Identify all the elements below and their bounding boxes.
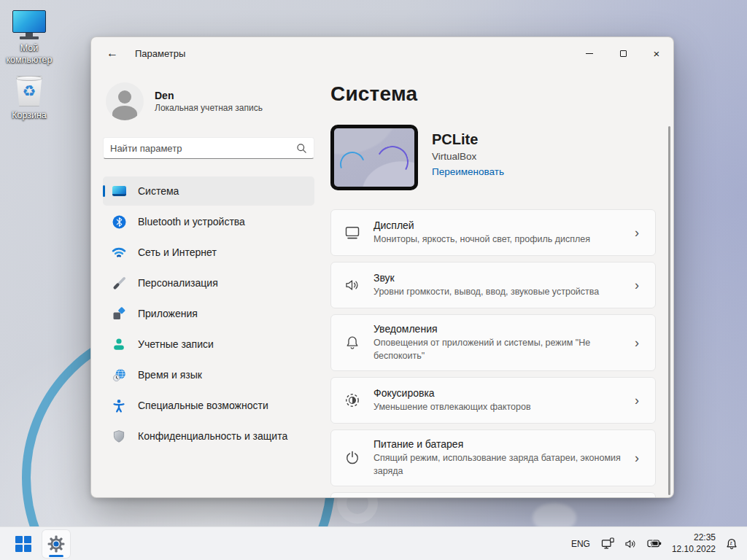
notification-bell-dnd-icon[interactable]: z z	[725, 537, 738, 550]
sidebar-item-privacy[interactable]: Конфиденциальность и защита	[103, 421, 314, 451]
setting-card-display[interactable]: Дисплей Мониторы, яркость, ночной свет, …	[330, 209, 656, 256]
search-input[interactable]	[110, 143, 296, 154]
chevron-right-icon: ›	[624, 451, 649, 466]
time: 22:35	[672, 532, 716, 544]
setting-card-power[interactable]: Питание и батарея Спящий режим, использо…	[330, 429, 656, 486]
device-info-row: PCLite VirtualBox Переименовать	[330, 125, 656, 190]
minimize-icon	[586, 53, 593, 54]
settings-search-box[interactable]	[103, 137, 314, 159]
sound-icon	[331, 276, 374, 294]
power-icon	[331, 449, 374, 467]
device-name: PCLite	[432, 131, 504, 148]
page-title: Система	[330, 82, 656, 106]
running-app-indicator	[49, 555, 63, 557]
setting-card-notifications[interactable]: Уведомления Оповещения от приложений и с…	[330, 314, 656, 371]
windows-logo-icon	[15, 536, 31, 552]
display-icon	[331, 224, 374, 241]
thumb-arc-blue	[336, 147, 368, 180]
thumb-arc-purple	[373, 142, 412, 182]
svg-text:z: z	[733, 539, 735, 542]
desktop-icon-my-computer[interactable]: Мой компьютер	[1, 10, 58, 66]
sidebar-item-system[interactable]: Система	[103, 176, 314, 206]
sidebar-item-personalization[interactable]: Персонализация	[103, 268, 314, 298]
chevron-right-icon: ›	[624, 278, 649, 293]
desktop-icon-label: Мой компьютер	[1, 43, 58, 66]
maximize-button[interactable]	[606, 37, 640, 69]
sidebar-item-bluetooth[interactable]: Bluetooth и устройства	[103, 207, 314, 236]
maximize-icon	[620, 50, 627, 57]
rename-link[interactable]: Переименовать	[432, 166, 504, 177]
volume-icon[interactable]	[624, 538, 638, 550]
taskbar-clock[interactable]: 22:35 12.10.2022	[672, 532, 716, 555]
time-language-icon	[112, 368, 126, 382]
vertical-scrollbar[interactable]	[668, 126, 670, 495]
settings-cards: Дисплей Мониторы, яркость, ночной свет, …	[330, 209, 656, 498]
device-wallpaper-thumbnail	[330, 125, 418, 190]
battery-charging-icon[interactable]	[647, 539, 662, 548]
sidebar-item-time-language[interactable]: Время и язык	[103, 360, 314, 389]
privacy-shield-icon	[112, 429, 126, 443]
settings-window: ← Параметры × Den Локальная учетная запи…	[90, 36, 674, 498]
window-title: Параметры	[135, 48, 185, 59]
settings-nav: Система Bluetooth и устройства	[103, 176, 314, 451]
bluetooth-icon	[112, 214, 126, 229]
close-button[interactable]: ×	[640, 37, 673, 69]
desktop-icon-label: Корзина	[12, 110, 47, 122]
minimize-button[interactable]	[573, 37, 606, 69]
sidebar-item-accessibility[interactable]: Специальные возможности	[103, 391, 314, 420]
search-icon	[296, 143, 307, 154]
selected-accent-pill	[103, 185, 105, 197]
sidebar-item-accounts[interactable]: Учетные записи	[103, 330, 314, 359]
back-button[interactable]: ←	[100, 42, 125, 64]
system-tray: ENG	[570, 532, 738, 555]
user-account-row[interactable]: Den Локальная учетная запись	[103, 82, 314, 120]
accounts-icon	[112, 337, 126, 351]
network-wifi-icon	[112, 245, 126, 260]
desktop: Мой компьютер ♻ Корзина ← Параметры × D	[0, 0, 747, 560]
focus-icon	[331, 392, 374, 409]
device-model: VirtualBox	[432, 151, 504, 162]
date: 12.10.2022	[672, 544, 716, 556]
desktop-icon-recycle-bin[interactable]: ♻ Корзина	[1, 76, 58, 122]
close-icon: ×	[654, 48, 660, 59]
chevron-right-icon: ›	[624, 335, 649, 351]
user-name: Den	[155, 90, 263, 101]
system-icon	[112, 184, 126, 198]
notifications-bell-icon	[331, 334, 374, 351]
setting-card-sound[interactable]: Звук Уровни громкости, вывод, ввод, звук…	[330, 262, 656, 308]
chevron-right-icon: ›	[624, 393, 649, 408]
language-indicator[interactable]: ENG	[570, 536, 592, 552]
apps-icon	[112, 306, 126, 321]
user-avatar	[106, 82, 144, 120]
titlebar: ← Параметры ×	[91, 37, 673, 69]
taskbar-settings-button[interactable]	[42, 530, 70, 558]
start-button[interactable]	[9, 530, 37, 558]
setting-card-partial[interactable]	[330, 492, 656, 498]
sidebar-item-network[interactable]: Сеть и Интернет	[103, 238, 314, 267]
main-panel: Система PCLite VirtualBox Переименовать	[326, 69, 673, 497]
my-computer-icon	[12, 10, 46, 39]
sidebar: Den Локальная учетная запись Си	[91, 69, 326, 497]
setting-card-focus[interactable]: Фокусировка Уменьшение отвлекающих факто…	[330, 377, 656, 424]
recycle-bin-icon: ♻	[15, 76, 43, 106]
network-status-icon[interactable]	[601, 537, 615, 550]
personalization-brush-icon	[112, 276, 126, 290]
sidebar-item-apps[interactable]: Приложения	[103, 299, 314, 328]
chevron-right-icon: ›	[624, 225, 649, 241]
accessibility-icon	[112, 398, 126, 413]
gear-icon	[47, 534, 66, 553]
taskbar: ENG	[0, 526, 747, 560]
svg-text:z: z	[729, 540, 732, 545]
user-account-type: Локальная учетная запись	[155, 103, 263, 113]
